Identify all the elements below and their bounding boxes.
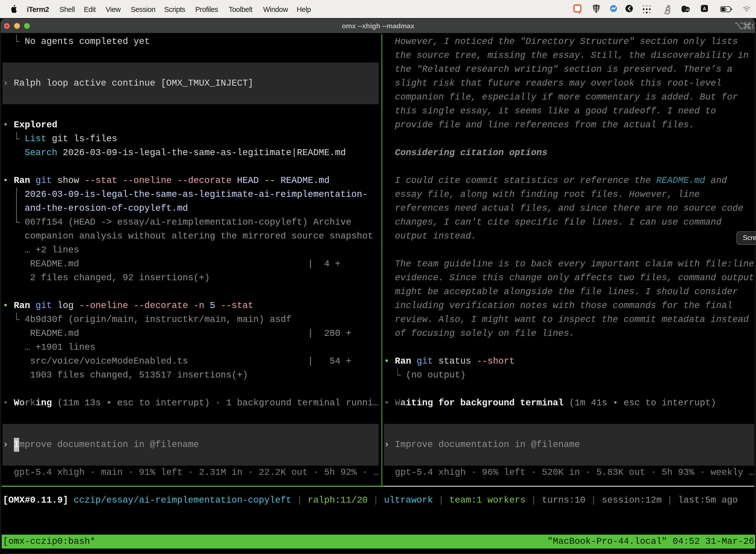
- svg-text:..61: ..61: [685, 8, 689, 11]
- svg-text:1: 1: [751, 22, 755, 29]
- svg-text:A: A: [703, 6, 706, 11]
